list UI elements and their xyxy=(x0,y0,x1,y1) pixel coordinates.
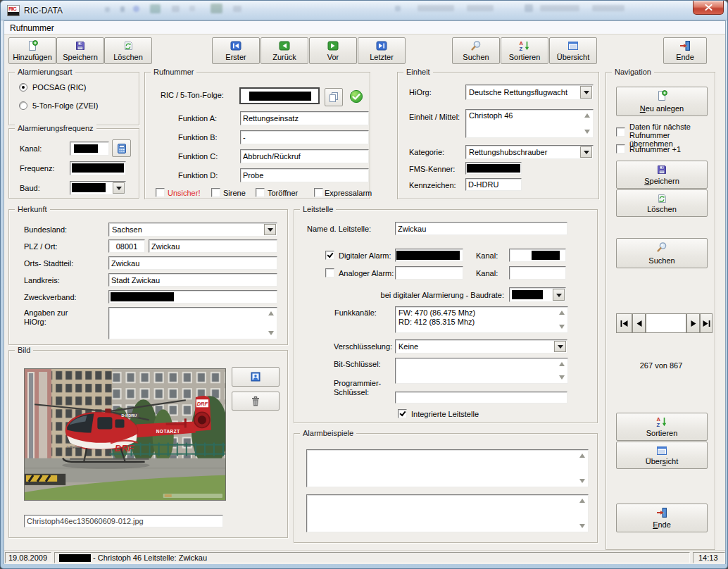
hiorg-select[interactable]: Deutsche Rettungsflugwacht xyxy=(465,85,594,100)
dropdown-arrow-icon xyxy=(580,86,592,99)
toroeffner-checkbox[interactable] xyxy=(256,188,265,197)
scroll-up-icon[interactable] xyxy=(584,113,590,118)
analog-kanal-input[interactable] xyxy=(509,266,566,280)
record-next-button[interactable] xyxy=(686,313,700,333)
titlebar-bleedthrough-artifact xyxy=(189,6,195,11)
plz-input[interactable] xyxy=(108,239,145,253)
nav-delete-button[interactable]: Löschen xyxy=(616,189,708,217)
landkreis-input[interactable] xyxy=(108,273,277,287)
funkkanaele-textarea[interactable]: FW: 470 (86.475 Mhz) RD: 412 (85.315 Mhz… xyxy=(395,306,568,333)
record-position-input[interactable] xyxy=(646,313,686,333)
ort-input[interactable] xyxy=(149,239,277,253)
kategorie-select[interactable]: Rettungshubschrauber xyxy=(465,145,594,159)
scroll-down-icon[interactable] xyxy=(559,375,565,380)
funktion-a-label: Funktion A: xyxy=(178,114,217,123)
nav-new-button[interactable]: Neu anlegen xyxy=(616,87,708,116)
funktion-c-input[interactable] xyxy=(240,149,369,163)
close-button[interactable] xyxy=(693,1,724,15)
record-prev-button[interactable] xyxy=(632,313,646,333)
titlebar[interactable]: RIC RIC-DATA xyxy=(1,1,727,20)
bit-schluessel-textarea[interactable] xyxy=(395,358,568,384)
exit-button[interactable]: Ende xyxy=(663,37,707,64)
nav-number-plus-one-checkbox[interactable] xyxy=(616,144,625,154)
nav-sort-button[interactable]: AZ Sortieren xyxy=(616,413,708,441)
nav-search-button[interactable]: Suchen xyxy=(616,238,708,268)
scroll-down-icon[interactable] xyxy=(579,479,585,483)
group-herkunft: Herkunft Bundesland: Sachsen PLZ / Ort: … xyxy=(8,209,288,345)
funktion-a-input[interactable] xyxy=(240,111,369,125)
last-record-button[interactable]: Letzter xyxy=(358,37,406,64)
redaction-bar xyxy=(249,92,311,101)
leitstelle-name-input[interactable] xyxy=(395,222,567,235)
scroll-up-icon[interactable] xyxy=(268,311,274,315)
image-filename-input[interactable] xyxy=(24,515,223,527)
digitaler-alarm-checkbox[interactable] xyxy=(325,251,334,260)
einheit-mittel-textarea[interactable]: Christoph 46 xyxy=(465,109,594,138)
scroll-up-icon[interactable] xyxy=(579,499,585,503)
sort-button[interactable]: AZ Sortieren xyxy=(501,37,548,64)
titlebar-bleedthrough-artifact xyxy=(133,6,139,12)
scroll-up-icon[interactable] xyxy=(559,311,565,315)
programmier-schluessel-input[interactable] xyxy=(395,392,567,404)
scroll-down-icon[interactable] xyxy=(559,325,565,329)
delete-image-button[interactable] xyxy=(232,392,280,411)
group-bild: Bild xyxy=(8,350,288,538)
group-einheit: Einheit HiOrg: Deutsche Rettungsflugwach… xyxy=(397,72,599,199)
load-image-button[interactable] xyxy=(232,367,280,387)
nav-exit-button[interactable]: Ende xyxy=(616,504,708,532)
next-record-button[interactable]: Vor xyxy=(309,37,357,64)
copy-button[interactable] xyxy=(325,88,343,106)
analoger-alarm-input[interactable] xyxy=(395,266,463,280)
alarmbeispiel-1-textarea[interactable] xyxy=(306,449,589,487)
angaben-hiorg-textarea[interactable] xyxy=(108,307,277,339)
ortsteil-input[interactable] xyxy=(108,256,277,270)
integrierte-leitstelle-checkbox[interactable] xyxy=(398,409,407,418)
sirene-checkbox[interactable] xyxy=(211,188,220,197)
first-record-button[interactable]: Erster xyxy=(212,37,260,64)
scroll-up-icon[interactable] xyxy=(559,362,565,366)
titlebar-bleedthrough-artifact xyxy=(592,5,625,11)
close-icon xyxy=(705,4,713,11)
nav-overview-button[interactable]: Übersicht xyxy=(616,442,708,469)
previous-record-button[interactable]: Zurück xyxy=(261,37,308,64)
delete-button[interactable]: Löschen xyxy=(104,37,152,64)
titlebar-bleedthrough-artifact xyxy=(540,5,579,11)
scroll-down-icon[interactable] xyxy=(579,524,585,528)
expressalarm-checkbox[interactable] xyxy=(314,188,323,197)
kennzeichen-label: Kennzeichen: xyxy=(409,181,456,190)
valid-check-icon xyxy=(349,89,363,104)
verschluesselung-select[interactable]: Keine xyxy=(395,339,567,354)
scroll-up-icon[interactable] xyxy=(579,454,585,458)
tab-rufnummer[interactable]: Rufnummer xyxy=(10,23,54,33)
nav-save-button[interactable]: Speichern xyxy=(616,161,708,189)
trash-icon xyxy=(250,396,261,407)
search-button[interactable]: Suchen xyxy=(452,37,500,64)
status-date: 19.08.2009 xyxy=(8,554,47,562)
unsicher-checkbox[interactable] xyxy=(156,188,165,197)
overview-button[interactable]: Übersicht xyxy=(549,37,597,64)
calculator-button[interactable] xyxy=(112,139,131,157)
scroll-down-icon[interactable] xyxy=(268,331,274,335)
radio-zvei[interactable] xyxy=(19,101,27,110)
titlebar-bleedthrough-artifact xyxy=(172,6,180,12)
exit-door-icon xyxy=(679,40,691,51)
scroll-down-icon[interactable] xyxy=(584,130,590,134)
record-last-button[interactable] xyxy=(700,313,713,333)
analog-kanal-label: Kanal: xyxy=(476,269,498,278)
radio-pocsag[interactable] xyxy=(19,83,27,92)
funktion-d-input[interactable] xyxy=(240,168,369,182)
add-button[interactable]: Hinzufügen xyxy=(8,37,56,64)
helicopter-photo: DRF D-HDRU NOTARZT DRF Luftrettung xyxy=(24,368,226,501)
kennzeichen-input[interactable] xyxy=(465,178,522,191)
analoger-alarm-checkbox[interactable] xyxy=(325,268,334,277)
nav-carry-data-checkbox[interactable] xyxy=(616,127,625,137)
record-first-button[interactable] xyxy=(616,313,632,333)
bundesland-select[interactable]: Sachsen xyxy=(108,223,277,237)
expressalarm-label: Expressalarm xyxy=(325,189,372,198)
save-button[interactable]: Speichern xyxy=(56,37,104,64)
hiorg-label: HiOrg: xyxy=(409,88,432,97)
alarmbeispiel-2-textarea[interactable] xyxy=(306,494,589,532)
new-page-plus-icon xyxy=(656,90,667,101)
redaction-bar xyxy=(111,292,174,301)
funktion-b-input[interactable] xyxy=(240,130,369,144)
